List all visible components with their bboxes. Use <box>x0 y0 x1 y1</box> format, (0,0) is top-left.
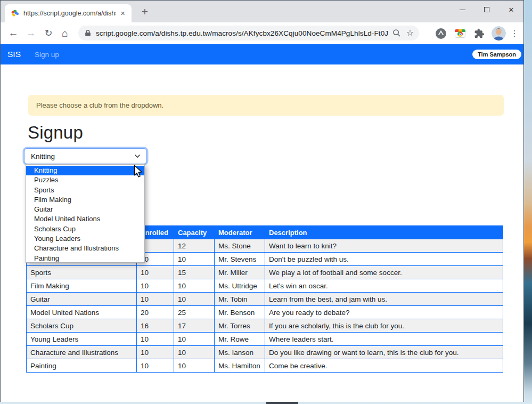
table-row: Scholars Cup1617Mr. TorresIf you are sch… <box>27 319 503 333</box>
address-bar[interactable]: script.google.com/a/dishs.tp.edu.tw/macr… <box>78 26 419 41</box>
cell-moderator: Ms. Stone <box>215 239 265 253</box>
cell-capacity: 10 <box>174 333 215 346</box>
cell-capacity: 17 <box>174 319 215 333</box>
cell-description: Are you ready to debate? <box>265 306 503 319</box>
window-maximize-button[interactable] <box>474 1 499 19</box>
cell-description: Let's win an oscar. <box>265 279 503 293</box>
lock-icon <box>85 29 91 37</box>
cell-enrolled: 10 <box>137 346 174 359</box>
back-button[interactable]: ← <box>6 26 20 40</box>
cell-capacity: 10 <box>174 359 215 373</box>
cell-capacity: 10 <box>174 253 215 266</box>
dropdown-option-knitting[interactable]: Knitting <box>26 166 144 175</box>
tab-close-icon[interactable]: ✕ <box>118 9 127 18</box>
new-tab-button[interactable]: + <box>138 5 152 19</box>
table-row: Young Leaders1010Mr. RoweWhere leaders s… <box>27 333 503 346</box>
browser-tab[interactable]: https://script.google.com/a/dishs ✕ <box>5 4 132 22</box>
page-title: Signup <box>28 123 83 143</box>
cell-description: Learn from the best, and jam with us. <box>265 293 503 306</box>
webstore-extension-icon[interactable] <box>451 29 470 38</box>
navbar-link-signup[interactable]: Sign up <box>35 51 59 59</box>
club-select-value: Knitting <box>31 152 55 160</box>
cell-enrolled: 10 <box>137 359 174 373</box>
browser-menu-icon[interactable]: ⋮ <box>508 28 521 38</box>
cell-capacity: 15 <box>174 266 215 279</box>
user-name-button[interactable]: Tim Sampson <box>472 50 521 59</box>
window-close-button[interactable]: ✕ <box>499 1 523 19</box>
dropdown-option-characture-and-illustrations[interactable]: Characture and Illustrations <box>26 244 144 253</box>
header-capacity: Capacity <box>174 226 215 239</box>
table-row: Characture and Illustrations1010Ms. Ians… <box>27 346 503 359</box>
cell-club: Film Making <box>27 279 137 293</box>
cell-moderator: Mr. Miller <box>215 266 265 279</box>
cell-moderator: Mr. Benson <box>215 306 265 319</box>
table-row: Film Making1010Ms. UttridgeLet's win an … <box>27 279 503 293</box>
cell-club: Guitar <box>27 293 137 306</box>
home-button[interactable]: ⌂ <box>58 26 72 40</box>
cell-description: If you are scholarly, this is the club f… <box>265 319 503 333</box>
cell-enrolled: 10 <box>137 279 174 293</box>
cell-club: Young Leaders <box>27 333 137 346</box>
bookmark-star-icon[interactable]: ☆ <box>406 29 414 37</box>
url-text: script.google.com/a/dishs.tp.edu.tw/macr… <box>96 29 388 37</box>
dropdown-option-film-making[interactable]: Film Making <box>26 195 144 205</box>
table-row: Guitar1010Mr. TobinLearn from the best, … <box>27 293 503 306</box>
dropdown-option-guitar[interactable]: Guitar <box>26 205 144 214</box>
cell-description: Come be creative. <box>265 359 503 373</box>
cell-club: Sports <box>27 266 137 279</box>
extensions-puzzle-icon[interactable] <box>470 28 489 39</box>
minimize-icon <box>460 10 465 10</box>
drive-extension-icon[interactable] <box>431 28 451 39</box>
cell-enrolled: 10 <box>137 333 174 346</box>
dropdown-option-painting[interactable]: Painting <box>26 254 144 263</box>
cell-capacity: 10 <box>174 279 215 293</box>
cell-moderator: Mr. Torres <box>215 319 265 333</box>
cell-moderator: Mr. Rowe <box>215 333 265 346</box>
cell-club: Model United Nations <box>27 306 137 319</box>
cell-capacity: 25 <box>174 306 215 319</box>
apps-script-favicon-icon <box>11 9 19 18</box>
cell-description: Do you like drawing or want to learn, th… <box>265 346 503 359</box>
chevron-down-icon <box>134 154 141 158</box>
profile-avatar[interactable] <box>489 26 508 41</box>
window-minimize-button[interactable] <box>450 1 474 19</box>
browser-window: https://script.google.com/a/dishs ✕ + ✕ … <box>0 0 524 402</box>
tab-title: https://script.google.com/a/dishs <box>23 10 116 17</box>
cell-club: Characture and Illustrations <box>27 346 137 359</box>
header-moderator: Moderator <box>215 226 265 239</box>
dropdown-option-scholars-cup[interactable]: Scholars Cup <box>26 224 144 234</box>
cell-moderator: Mr. Tobin <box>215 293 265 306</box>
cell-club: Painting <box>27 359 137 373</box>
cell-capacity: 12 <box>174 239 215 253</box>
warning-alert: Please choose a club from the dropdown. <box>28 95 504 116</box>
reload-button[interactable]: ↻ <box>42 26 55 40</box>
cell-moderator: Mr. Stevens <box>215 253 265 266</box>
cell-enrolled: 16 <box>137 319 174 333</box>
dropdown-option-young-leaders[interactable]: Young Leaders <box>26 234 144 244</box>
maximize-icon <box>484 7 489 12</box>
browser-toolbar: ← → ↻ ⌂ script.google.com/a/dishs.tp.edu… <box>1 22 523 44</box>
cell-description: Where leaders start. <box>265 333 503 346</box>
browser-titlebar: https://script.google.com/a/dishs ✕ + ✕ <box>1 1 523 22</box>
site-navbar: SIS Sign up Tim Sampson <box>1 44 523 64</box>
navbar-brand[interactable]: SIS <box>7 50 21 59</box>
cell-enrolled: 20 <box>137 306 174 319</box>
cell-capacity: 10 <box>174 293 215 306</box>
table-row: Model United Nations2025Mr. BensonAre yo… <box>27 306 503 319</box>
club-select[interactable]: Knitting <box>24 148 147 164</box>
club-dropdown-list: Knitting Puzzles Sports Film Making Guit… <box>26 164 145 263</box>
dropdown-option-puzzles[interactable]: Puzzles <box>26 175 144 185</box>
magnifier-icon[interactable] <box>392 29 401 37</box>
dropdown-option-model-united-nations[interactable]: Model United Nations <box>26 214 144 224</box>
cell-enrolled: 10 <box>137 266 174 279</box>
forward-button[interactable]: → <box>24 26 38 40</box>
cell-club: Scholars Cup <box>27 319 137 333</box>
cell-moderator: Ms. Uttridge <box>215 279 265 293</box>
table-row: Painting1010Ms. HamiltonCome be creative… <box>27 359 503 373</box>
table-row: Sports1015Mr. MillerWe play a lot of foo… <box>27 266 503 279</box>
close-icon: ✕ <box>509 6 514 13</box>
header-description: Description <box>265 226 503 239</box>
cell-description: We play a lot of football and some socce… <box>265 266 503 279</box>
dropdown-option-sports[interactable]: Sports <box>26 185 144 195</box>
cell-description: Don't be puzzled with us. <box>265 253 503 266</box>
